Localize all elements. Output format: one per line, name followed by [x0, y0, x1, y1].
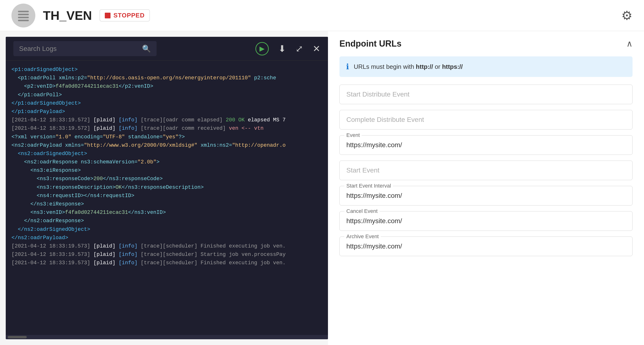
event-url-field[interactable]: Event https://mysite.com/ [340, 135, 632, 155]
log-line: </p1:oadrPoll> [12, 91, 322, 99]
close-icon[interactable]: ✕ [313, 44, 320, 54]
svg-rect-1 [18, 14, 29, 15]
svg-rect-2 [18, 17, 29, 18]
chevron-up-icon[interactable]: ∧ [626, 39, 632, 49]
log-line: <p1:oadrPoll xmlns:p2="http://docs.oasis… [12, 74, 322, 82]
start-event-field[interactable]: Start Event [340, 161, 632, 180]
main-content: 🔍 ▶ ⬇ ⤢ ✕ <p1:oadrSignedObject> <p1:oadr… [0, 31, 644, 345]
log-line: [2021-04-12 18:33:19.573] [plaid] [info]… [12, 250, 322, 259]
logs-panel: 🔍 ▶ ⬇ ⤢ ✕ <p1:oadrSignedObject> <p1:oadr… [6, 37, 328, 339]
log-line: <ns3:responseCode>200</ns3:responseCode> [12, 175, 322, 183]
cancel-event-field[interactable]: Cancel Event https://mysite.com/ [340, 211, 632, 231]
header-left: TH_VEN STOPPED [12, 4, 150, 28]
svg-rect-0 [18, 11, 29, 12]
field-value: https://mysite.com/ [346, 141, 402, 149]
log-line: <ns4:requestID></ns4:requestID> [12, 192, 322, 200]
field-value: https://mysite.com/ [346, 217, 402, 225]
search-input[interactable] [19, 45, 138, 53]
log-line: [2021-04-12 18:33:19.573] [plaid] [info]… [12, 259, 322, 267]
field-placeholder: Start Event [346, 167, 380, 174]
info-banner: ℹ URLs must begin with http:// or https:… [340, 56, 632, 77]
avatar [12, 4, 35, 28]
app-title: TH_VEN [43, 8, 92, 23]
info-text: URLs must begin with http:// or https:// [354, 63, 463, 71]
status-dot [105, 13, 110, 19]
field-label: Event [344, 132, 362, 138]
log-line: <ns3:venID>f4fa0d02744211ecac31</ns3:ven… [12, 208, 322, 217]
list-icon [16, 8, 30, 23]
status-badge: STOPPED [100, 9, 150, 22]
section-header: Endpoint URLs ∧ [340, 39, 632, 49]
log-line: </ns2:oadrSignedObject> [12, 225, 322, 234]
logs-content: <p1:oadrSignedObject> <p1:oadrPoll xmlns… [6, 61, 328, 335]
field-label: Archive Event [344, 233, 381, 240]
search-container[interactable]: 🔍 [13, 41, 156, 56]
logs-toolbar: 🔍 ▶ ⬇ ⤢ ✕ [6, 37, 328, 61]
log-line: [2021-04-12 18:33:19.572] [plaid] [info]… [12, 116, 322, 124]
archive-event-field[interactable]: Archive Event https://mysite.com/ [340, 236, 632, 256]
log-line: </ns2:oadrResponse> [12, 217, 322, 225]
field-label: Start Event Interval [344, 183, 393, 189]
log-line: <p1:oadrSignedObject> [12, 66, 322, 74]
fullscreen-icon[interactable]: ⤢ [296, 44, 303, 54]
logs-scrollbar[interactable] [6, 335, 328, 339]
start-event-interval-field[interactable]: Start Event Interval https://mysite.com/ [340, 186, 632, 205]
start-distribute-event-field[interactable]: Start Distribute Event [340, 85, 632, 104]
complete-distribute-event-field[interactable]: Complete Distribute Event [340, 110, 632, 130]
field-placeholder: Start Distribute Event [346, 91, 410, 98]
log-line: </p1:oadrSignedObject> [12, 99, 322, 108]
log-line: <ns3:eiResponse> [12, 166, 322, 175]
play-icon[interactable]: ▶ [256, 42, 269, 56]
log-line: <ns3:responseDescription>OK</ns3:respons… [12, 183, 322, 192]
log-line: [2021-04-12 18:33:19.573] [plaid] [info]… [12, 242, 322, 250]
toolbar-icons: ▶ ⬇ ⤢ ✕ [256, 42, 320, 56]
status-label: STOPPED [114, 12, 145, 19]
svg-rect-3 [18, 20, 29, 21]
log-line: <ns2:oadrPayload xmlns="http://www.w3.or… [12, 141, 322, 150]
log-line: <?xml version="1.0" encoding="UTF-8" sta… [12, 133, 322, 141]
log-line: <ns2:oadrSignedObject> [12, 150, 322, 158]
log-line: <p2:venID>f4fa0d02744211ecac31</p2:venID… [12, 82, 322, 91]
log-line: </ns2:oadrPayload> [12, 234, 322, 242]
field-placeholder: Complete Distribute Event [346, 116, 424, 123]
download-icon[interactable]: ⬇ [278, 44, 286, 54]
gear-icon[interactable]: ⚙ [621, 8, 632, 23]
log-line: </p1:oadrPayload> [12, 108, 322, 116]
field-label: Cancel Event [344, 208, 380, 214]
log-line: [2021-04-12 18:33:19.572] [plaid] [info]… [12, 124, 322, 133]
section-title: Endpoint URLs [340, 39, 402, 49]
log-line: <ns2:oadrResponse ns3:schemaVersion="2.0… [12, 158, 322, 166]
right-panel: Endpoint URLs ∧ ℹ URLs must begin with h… [328, 31, 644, 345]
header: TH_VEN STOPPED ⚙ [0, 0, 644, 31]
field-value: https://mysite.com/ [346, 192, 402, 199]
info-icon: ℹ [346, 62, 349, 71]
log-line: </ns3:eiResponse> [12, 200, 322, 208]
field-value: https://mysite.com/ [346, 242, 402, 250]
search-icon: 🔍 [142, 45, 151, 53]
scrollbar-thumb[interactable] [8, 336, 27, 338]
